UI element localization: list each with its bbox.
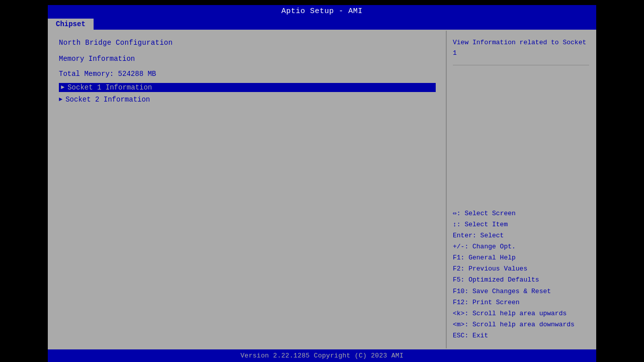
shortcut-key: F10: Save Changes & Reset <box>453 288 551 295</box>
tab-chipset[interactable]: Chipset <box>48 19 94 30</box>
shortcut-enter: Enter: Select <box>453 230 589 241</box>
total-memory: Total Memory: 524288 MB <box>59 70 436 78</box>
shortcut-f10: F10: Save Changes & Reset <box>453 286 589 297</box>
shortcut-key: F1: General Help <box>453 254 516 261</box>
socket2-label: Socket 2 Information <box>65 96 150 104</box>
socket2-menu-item[interactable]: ► Socket 2 Information <box>59 95 436 104</box>
arrow-icon: ► <box>61 84 64 91</box>
shortcut-f1: F1: General Help <box>453 252 589 263</box>
shortcut-key: ESC: Exit <box>453 332 488 339</box>
shortcut-key: F12: Print Screen <box>453 299 520 306</box>
shortcut-f5: F5: Optimized Defaults <box>453 275 589 286</box>
section-title: North Bridge Configuration <box>59 39 436 47</box>
shortcut-k: <k>: Scroll help area upwards <box>453 308 589 319</box>
tab-bar: Chipset <box>48 18 596 30</box>
shortcut-key: ↕: Select Item <box>453 221 508 228</box>
shortcuts-list: ⇔: Select Screen ↕: Select Item Enter: S… <box>453 71 589 341</box>
memory-section-label: Memory Information <box>59 55 436 63</box>
arrow-icon: ► <box>59 96 62 103</box>
shortcut-key: F2: Previous Values <box>453 265 527 273</box>
title-bar: Aptio Setup - AMI <box>48 5 596 18</box>
shortcut-f12: F12: Print Screen <box>453 297 589 308</box>
right-panel: View Information related to Socket 1 ⇔: … <box>447 31 595 348</box>
shortcut-key: <k>: Scroll help area upwards <box>453 310 567 317</box>
divider <box>453 65 589 65</box>
shortcut-esc: ESC: Exit <box>453 330 589 341</box>
app-title: Aptio Setup - AMI <box>281 7 363 16</box>
footer-text: Version 2.22.1285 Copyright (C) 2023 AMI <box>240 352 404 359</box>
shortcut-key: Enter: Select <box>453 232 504 239</box>
shortcut-key: ⇔: Select Screen <box>453 210 516 217</box>
shortcut-m: <m>: Scroll help area downwards <box>453 319 589 330</box>
shortcut-f2: F2: Previous Values <box>453 263 589 275</box>
left-panel: North Bridge Configuration Memory Inform… <box>49 31 447 348</box>
shortcut-change-opt: +/-: Change Opt. <box>453 241 589 252</box>
shortcut-key: +/-: Change Opt. <box>453 243 516 250</box>
socket1-menu-item[interactable]: ► Socket 1 Information <box>59 83 436 92</box>
shortcut-key: <m>: Scroll help area downwards <box>453 321 575 328</box>
bios-screen: Aptio Setup - AMI Chipset North Bridge C… <box>0 0 644 362</box>
shortcut-key: F5: Optimized Defaults <box>453 276 539 284</box>
footer: Version 2.22.1285 Copyright (C) 2023 AMI <box>48 349 596 362</box>
main-content: North Bridge Configuration Memory Inform… <box>48 30 596 349</box>
help-text: View Information related to Socket 1 <box>453 38 589 59</box>
shortcut-select-item: ↕: Select Item <box>453 219 589 230</box>
socket1-label: Socket 1 Information <box>67 83 152 92</box>
shortcut-select-screen: ⇔: Select Screen <box>453 208 589 219</box>
